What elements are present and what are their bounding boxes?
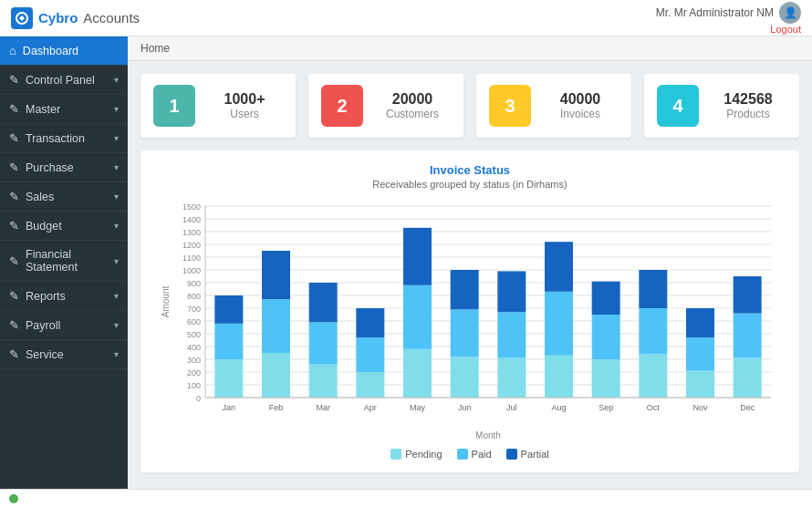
svg-text:200: 200	[187, 368, 201, 378]
chart-legend: Pending Paid Partial	[153, 449, 786, 460]
svg-rect-36	[214, 324, 243, 359]
legend-paid-label: Paid	[472, 449, 492, 460]
svg-text:Dec: Dec	[740, 403, 755, 412]
legend-pending: Pending	[390, 449, 442, 460]
sidebar-arrow-budget: ▾	[114, 221, 119, 231]
svg-rect-53	[403, 228, 432, 285]
svg-rect-73	[639, 270, 667, 308]
legend-partial-dot	[506, 449, 517, 460]
sidebar-icon-purchase: ✎	[9, 160, 19, 174]
chart-card: Invoice Status Receivables grouped by st…	[141, 150, 799, 472]
sidebar-arrow-purchase: ▾	[114, 162, 119, 172]
stat-info-1: 20000 Customers	[374, 91, 451, 120]
dashboard-content: 1 1000+ Users 2 20000 Customers 3 40000 …	[128, 61, 812, 485]
svg-text:Aug: Aug	[551, 403, 566, 412]
stat-info-3: 142568 Products	[710, 91, 786, 120]
stat-number-3: 142568	[710, 91, 786, 108]
sidebar-item-reports[interactable]: ✎ Reports ▾	[0, 282, 128, 311]
legend-pending-label: Pending	[405, 449, 442, 460]
svg-rect-52	[403, 285, 432, 349]
svg-text:300: 300	[187, 356, 201, 365]
sidebar-item-sales[interactable]: ✎ Sales ▾	[0, 182, 128, 212]
svg-text:Oct: Oct	[647, 403, 661, 412]
svg-rect-44	[309, 322, 338, 364]
logout-link[interactable]: Logout	[656, 24, 801, 35]
sidebar-label-master: Master	[26, 103, 60, 116]
sidebar-arrow-service: ▾	[114, 349, 119, 359]
svg-text:400: 400	[187, 343, 201, 352]
content-area: Home 1 1000+ Users 2 20000 Customers 3 4…	[128, 36, 812, 489]
sidebar-item-master[interactable]: ✎ Master ▾	[0, 95, 128, 124]
legend-partial-label: Partial	[521, 449, 549, 460]
sidebar-arrow-control-panel: ▾	[114, 75, 119, 85]
svg-rect-45	[309, 283, 338, 322]
sidebar-label-transaction: Transaction	[26, 132, 85, 145]
sidebar-item-transaction[interactable]: ✎ Transaction ▾	[0, 124, 128, 153]
svg-text:1500: 1500	[182, 202, 201, 212]
svg-rect-61	[497, 271, 526, 312]
sidebar-item-purchase[interactable]: ✎ Purchase ▾	[0, 153, 128, 182]
sidebar-item-financial[interactable]: ✎ Financial Statement ▾	[0, 241, 128, 282]
sidebar-item-service[interactable]: ✎ Service ▾	[0, 340, 128, 369]
sidebar-arrow-sales: ▾	[114, 191, 119, 202]
svg-text:Month: Month	[475, 430, 501, 440]
sidebar-label-budget: Budget	[26, 220, 62, 233]
svg-rect-69	[592, 282, 620, 315]
svg-text:100: 100	[187, 381, 201, 390]
svg-text:600: 600	[187, 317, 201, 326]
sidebar-item-left: ✎ Control Panel	[9, 73, 95, 87]
svg-text:Jan: Jan	[223, 403, 236, 412]
sidebar-label-control-panel: Control Panel	[26, 74, 95, 87]
svg-rect-67	[592, 359, 620, 398]
svg-rect-75	[686, 371, 714, 398]
svg-text:Apr: Apr	[364, 403, 377, 412]
svg-rect-48	[356, 337, 384, 372]
svg-rect-47	[356, 372, 384, 398]
sidebar-item-payroll[interactable]: ✎ Payroll ▾	[0, 311, 128, 340]
sidebar-item-left: ✎ Transaction	[9, 131, 85, 145]
chart-container: 0100200300400500600700800900100011001200…	[153, 197, 786, 443]
svg-rect-43	[309, 365, 338, 398]
bar-chart-svg: 0100200300400500600700800900100011001200…	[160, 197, 780, 443]
svg-text:900: 900	[187, 279, 201, 288]
svg-text:Feb: Feb	[269, 403, 284, 412]
svg-text:1400: 1400	[182, 215, 201, 224]
sidebar-item-dashboard[interactable]: ⌂ Dashboard	[0, 36, 128, 66]
svg-text:800: 800	[187, 292, 201, 301]
stat-info-0: 1000+ Users	[206, 91, 283, 120]
sidebar-label-financial: Financial Statement	[26, 248, 114, 274]
sidebar-item-budget[interactable]: ✎ Budget ▾	[0, 212, 128, 241]
stat-cards: 1 1000+ Users 2 20000 Customers 3 40000 …	[141, 74, 799, 138]
svg-rect-79	[734, 358, 762, 398]
sidebar-item-left: ✎ Sales	[9, 190, 54, 203]
svg-text:1200: 1200	[182, 241, 201, 250]
svg-rect-40	[262, 299, 290, 353]
svg-rect-77	[686, 308, 714, 337]
stat-card-1: 2 20000 Customers	[308, 74, 463, 138]
svg-rect-72	[639, 308, 667, 354]
svg-text:500: 500	[187, 330, 201, 339]
stat-number-2: 40000	[542, 91, 619, 108]
breadcrumb: Home	[128, 36, 812, 61]
stat-badge-3: 4	[657, 85, 699, 127]
topbar: Cybro Accounts Mr. Mr Administrator NM 👤…	[0, 0, 812, 36]
svg-text:Amount: Amount	[161, 286, 171, 318]
sidebar-label-dashboard: Dashboard	[23, 45, 78, 57]
stat-number-1: 20000	[374, 91, 451, 108]
status-dot	[9, 494, 18, 503]
svg-text:1100: 1100	[182, 254, 201, 263]
svg-text:Nov: Nov	[692, 403, 708, 412]
svg-rect-39	[262, 353, 290, 398]
sidebar-icon-transaction: ✎	[9, 131, 19, 145]
svg-text:Jun: Jun	[458, 403, 472, 412]
svg-rect-65	[545, 242, 573, 292]
sidebar-item-left: ✎ Reports	[9, 289, 66, 303]
user-info: Mr. Mr Administrator NM 👤 Logout	[656, 2, 801, 35]
svg-text:May: May	[410, 403, 426, 412]
svg-rect-55	[451, 357, 479, 398]
svg-rect-56	[451, 309, 479, 357]
svg-text:Jul: Jul	[506, 403, 517, 412]
footer-bar	[0, 489, 812, 507]
sidebar-item-control-panel[interactable]: ✎ Control Panel ▾	[0, 66, 128, 95]
svg-rect-49	[356, 308, 384, 337]
